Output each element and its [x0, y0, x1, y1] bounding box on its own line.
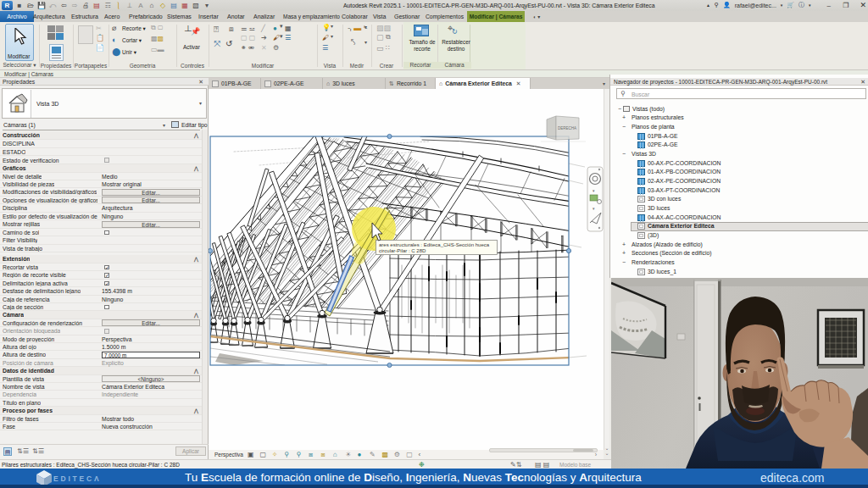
- svg-text:circular-Pilar : C 28D: circular-Pilar : C 28D: [379, 248, 426, 253]
- svg-text:DERECHA: DERECHA: [558, 126, 576, 130]
- svg-text:ares estructurales : Editeca_C: ares estructurales : Editeca_CHS-Sección…: [379, 242, 490, 247]
